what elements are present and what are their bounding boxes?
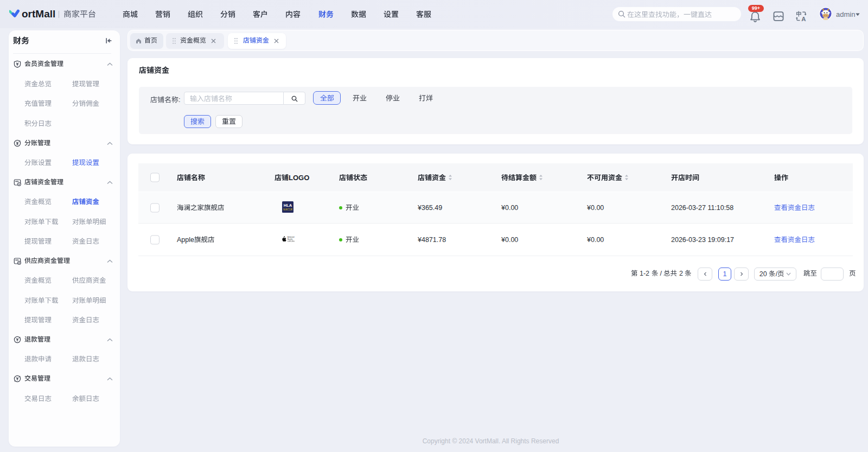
svg-text:Reseller: Reseller: [288, 238, 293, 240]
svg-text:Authorized: Authorized: [288, 235, 295, 238]
svg-text:A: A: [801, 16, 806, 22]
svg-text:HLA: HLA: [284, 203, 292, 208]
